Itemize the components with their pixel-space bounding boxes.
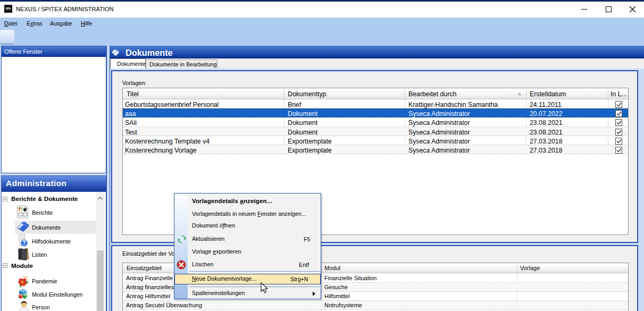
svg-text:?: ?	[22, 239, 26, 247]
